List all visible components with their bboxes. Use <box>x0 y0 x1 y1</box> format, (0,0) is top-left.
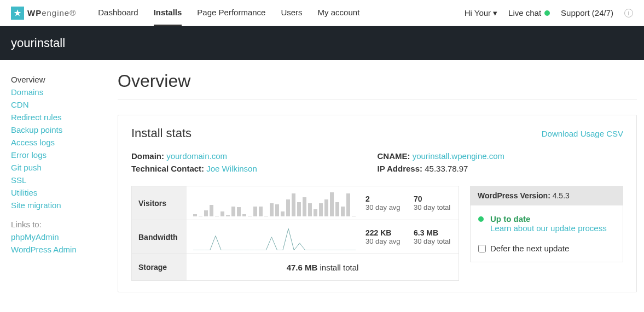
sidebar-item-utilities[interactable]: Utilities <box>11 186 101 199</box>
wp-learn-link[interactable]: Learn about our update process <box>490 223 607 233</box>
sidebar-item-ssl[interactable]: SSL <box>11 174 101 186</box>
bandwidth-avg: 222 KB <box>365 228 407 237</box>
visitors-chart <box>187 186 362 220</box>
sidebar-link-phpmyadmin[interactable]: phpMyAdmin <box>11 231 101 243</box>
sidebar-item-domains[interactable]: Domains <box>11 86 101 98</box>
sidebar-item-redirect-rules[interactable]: Redirect rules <box>11 111 101 123</box>
defer-text: Defer the next update <box>490 244 569 253</box>
brand-text: WPengine® <box>27 8 76 17</box>
nav-dashboard[interactable]: Dashboard <box>98 0 138 26</box>
ip-value: 45.33.78.97 <box>425 164 468 173</box>
cname-link[interactable]: yourinstall.wpengine.com <box>413 151 504 161</box>
nav-users[interactable]: Users <box>281 0 302 26</box>
sidebar-item-site-migration[interactable]: Site migration <box>11 199 101 211</box>
domain-link[interactable]: yourdomain.com <box>166 151 227 161</box>
wp-status-text: Up to date <box>490 214 607 223</box>
domain-label: Domain: <box>131 151 164 161</box>
support-link[interactable]: Support (24/7) <box>561 8 613 17</box>
bandwidth-avg-sub: 30 day avg <box>365 237 407 245</box>
bandwidth-total-sub: 30 day total <box>414 237 455 245</box>
nav-installs[interactable]: Installs <box>154 0 182 26</box>
user-greeting-dropdown[interactable]: Hi Your ▾ <box>465 8 497 18</box>
download-csv-link[interactable]: Download Usage CSV <box>542 129 623 138</box>
defer-update-checkbox[interactable] <box>478 245 486 252</box>
sidebar-link-wp-admin[interactable]: WordPress Admin <box>11 243 101 256</box>
nav-my-account[interactable]: My account <box>318 0 360 26</box>
visitors-avg-sub: 30 day avg <box>365 203 407 211</box>
greeting-text: Hi Your <box>465 8 491 17</box>
storage-label: Storage <box>132 254 187 280</box>
sidebar-item-git-push[interactable]: Git push <box>11 161 101 174</box>
sidebar-item-error-logs[interactable]: Error logs <box>11 149 101 161</box>
visitors-total-sub: 30 day total <box>414 203 455 211</box>
install-stats-card: Install stats Download Usage CSV Domain:… <box>118 115 637 292</box>
storage-value: 47.6 MB <box>287 263 318 272</box>
sidebar-item-backup-points[interactable]: Backup points <box>11 123 101 136</box>
visitors-label: Visitors <box>132 186 187 220</box>
brand-logo[interactable]: WPengine® <box>11 7 76 20</box>
live-chat-link[interactable]: Live chat <box>508 8 550 17</box>
defer-update-label[interactable]: Defer the next update <box>478 244 615 253</box>
card-title: Install stats <box>131 126 192 140</box>
sidebar-item-access-logs[interactable]: Access logs <box>11 136 101 149</box>
bandwidth-label: Bandwidth <box>132 220 187 254</box>
stats-table: Visitors 230 day avg 7030 day total Band… <box>131 186 459 281</box>
sidebar: Overview Domains CDN Redirect rules Back… <box>11 71 101 292</box>
visitors-avg: 2 <box>365 195 407 203</box>
storage-suffix: install total <box>320 263 359 272</box>
sidebar-item-cdn[interactable]: CDN <box>11 98 101 111</box>
bandwidth-chart <box>187 220 362 254</box>
nav-page-performance[interactable]: Page Performance <box>197 0 265 26</box>
install-name-header: yourinstall <box>0 26 644 60</box>
wp-version-label: WordPress Version: <box>478 191 550 200</box>
wordpress-version-box: WordPress Version: 4.5.3 Up to date Lear… <box>470 186 623 281</box>
main-nav: Dashboard Installs Page Performance User… <box>98 0 464 26</box>
chevron-down-icon: ▾ <box>493 8 497 18</box>
contact-link[interactable]: Joe Wilkinson <box>206 164 257 173</box>
status-ok-icon <box>478 216 484 222</box>
contact-label: Technical Contact: <box>131 164 204 173</box>
sidebar-item-overview[interactable]: Overview <box>11 73 101 86</box>
livechat-text: Live chat <box>508 8 541 17</box>
help-icon[interactable]: i <box>624 9 633 17</box>
ip-label: IP Address: <box>378 164 423 173</box>
wp-version-value: 4.5.3 <box>553 191 570 200</box>
brand-icon <box>11 7 24 20</box>
bandwidth-total: 6.3 MB <box>414 228 455 237</box>
visitors-total: 70 <box>414 195 455 203</box>
status-online-icon <box>544 10 550 16</box>
sidebar-links-label: Links to: <box>11 218 101 231</box>
page-title: Overview <box>118 71 637 99</box>
cname-label: CNAME: <box>378 151 410 161</box>
